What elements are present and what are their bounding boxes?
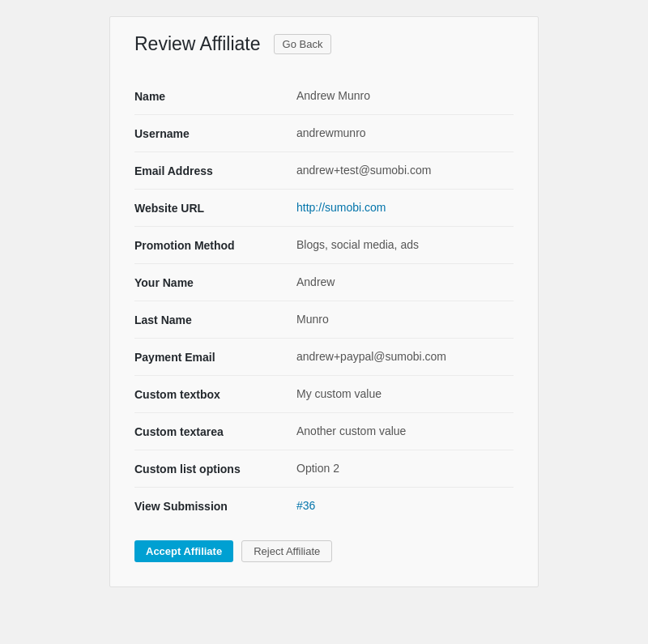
field-value-payment_email: andrew+paypal@sumobi.com — [296, 350, 514, 363]
field-value-last_name: Munro — [296, 313, 514, 326]
content-box: Review Affiliate Go Back NameAndrew Munr… — [109, 16, 539, 587]
field-value-custom_list: Option 2 — [296, 462, 514, 475]
field-label-email: Email Address — [134, 164, 296, 177]
field-row-view_submission: View Submission#36 — [134, 488, 514, 524]
go-back-button[interactable]: Go Back — [274, 34, 332, 54]
field-row-name: NameAndrew Munro — [134, 78, 514, 115]
field-label-name: Name — [134, 89, 296, 103]
field-label-custom_textbox: Custom textbox — [134, 387, 296, 401]
reject-affiliate-button[interactable]: Reject Affiliate — [241, 540, 332, 562]
field-value-custom_textbox: My custom value — [296, 387, 514, 400]
field-value-username: andrewmunro — [296, 126, 514, 139]
field-row-website: Website URLhttp://sumobi.com — [134, 190, 514, 227]
field-row-username: Usernameandrewmunro — [134, 115, 514, 152]
field-label-username: Username — [134, 126, 296, 140]
field-value-email: andrew+test@sumobi.com — [296, 164, 514, 177]
page-header: Review Affiliate Go Back — [134, 33, 514, 58]
field-value-custom_textarea: Another custom value — [296, 424, 514, 437]
field-value-view_submission: #36 — [296, 499, 514, 512]
field-row-your_name: Your NameAndrew — [134, 264, 514, 301]
field-row-custom_textbox: Custom textboxMy custom value — [134, 376, 514, 413]
field-row-custom_textarea: Custom textareaAnother custom value — [134, 413, 514, 450]
field-row-custom_list: Custom list optionsOption 2 — [134, 450, 514, 488]
field-row-promotion: Promotion MethodBlogs, social media, ads — [134, 227, 514, 264]
field-link-website[interactable]: http://sumobi.com — [296, 201, 386, 214]
field-value-promotion: Blogs, social media, ads — [296, 238, 514, 251]
field-label-website: Website URL — [134, 201, 296, 215]
field-label-payment_email: Payment Email — [134, 350, 296, 364]
field-value-your_name: Andrew — [296, 275, 514, 288]
field-row-email: Email Addressandrew+test@sumobi.com — [134, 152, 514, 190]
field-label-your_name: Your Name — [134, 275, 296, 289]
field-row-payment_email: Payment Emailandrew+paypal@sumobi.com — [134, 339, 514, 376]
actions-row: Accept Affiliate Reject Affiliate — [134, 524, 514, 562]
field-link-view_submission[interactable]: #36 — [296, 499, 315, 512]
field-value-name: Andrew Munro — [296, 89, 514, 102]
field-label-view_submission: View Submission — [134, 499, 296, 513]
fields-container: NameAndrew MunroUsernameandrewmunroEmail… — [134, 78, 514, 524]
field-row-last_name: Last NameMunro — [134, 301, 514, 339]
field-value-website: http://sumobi.com — [296, 201, 514, 214]
field-label-last_name: Last Name — [134, 313, 296, 326]
field-label-promotion: Promotion Method — [134, 238, 296, 252]
accept-affiliate-button[interactable]: Accept Affiliate — [134, 540, 233, 562]
page-title: Review Affiliate — [134, 33, 261, 55]
field-label-custom_textarea: Custom textarea — [134, 424, 296, 438]
field-label-custom_list: Custom list options — [134, 462, 296, 476]
